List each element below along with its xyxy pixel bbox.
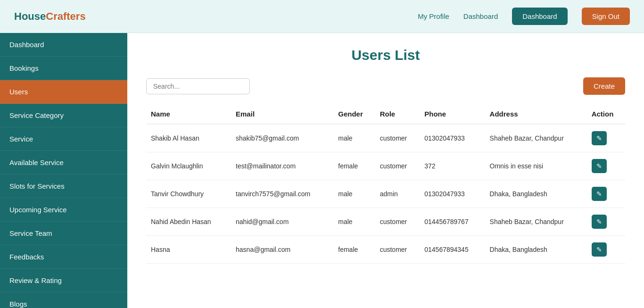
sidebar-item-blogs[interactable]: Blogs [0,292,127,308]
signout-button[interactable]: Sign Out [582,8,630,25]
table-row: Galvin Mclaughlintest@mailinator.comfema… [146,152,625,180]
cell-gender: male [333,180,375,208]
sidebar-item-users[interactable]: Users [0,80,127,104]
cell-gender: male [333,208,375,236]
col-phone: Phone [420,104,485,124]
main-content: Users List Create NameEmailGenderRolePho… [127,33,644,308]
table-row: Hasnahasna@gmail.comfemalecustomer014567… [146,236,625,264]
header-nav: My Profile Dashboard Dashboard Sign Out [418,8,630,25]
logo: HouseCrafters [14,10,86,23]
users-table: NameEmailGenderRolePhoneAddressAction Sh… [146,104,625,264]
sidebar-item-bookings[interactable]: Bookings [0,57,127,80]
sidebar: DashboardBookingsUsersService CategorySe… [0,33,127,308]
sidebar-item-service-team[interactable]: Service Team [0,222,127,245]
cell-action: ✎ [587,152,625,180]
sidebar-item-service[interactable]: Service [0,127,127,151]
layout: DashboardBookingsUsersService CategorySe… [0,33,644,308]
cell-role: customer [375,208,420,236]
table-body: Shakib Al Hasanshakib75@gmail.commalecus… [146,124,625,264]
col-address: Address [485,104,587,124]
col-gender: Gender [333,104,375,124]
col-email: Email [231,104,333,124]
col-action: Action [587,104,625,124]
cell-gender: female [333,236,375,264]
sidebar-item-service-category[interactable]: Service Category [0,104,127,127]
cell-address: Dhaka, Bangladesh [485,236,587,264]
cell-address: Shaheb Bazar, Chandpur [485,124,587,152]
table-row: Nahid Abedin Hasannahid@gmail.commalecus… [146,208,625,236]
logo-house: House [14,10,46,22]
sidebar-item-upcoming-service[interactable]: Upcoming Service [0,198,127,222]
cell-name: Galvin Mclaughlin [146,152,231,180]
cell-role: customer [375,124,420,152]
cell-name: Hasna [146,236,231,264]
dashboard-button[interactable]: Dashboard [512,8,567,25]
edit-button[interactable]: ✎ [592,131,607,145]
cell-action: ✎ [587,124,625,152]
create-button[interactable]: Create [583,77,625,95]
cell-email: test@mailinator.com [231,152,333,180]
search-input[interactable] [146,78,250,94]
edit-button[interactable]: ✎ [592,215,607,229]
page-title: Users List [146,47,625,63]
sidebar-item-review-&-rating[interactable]: Review & Rating [0,269,127,292]
cell-name: Shakib Al Hasan [146,124,231,152]
edit-button[interactable]: ✎ [592,159,607,173]
cell-gender: male [333,124,375,152]
cell-email: hasna@gmail.com [231,236,333,264]
toolbar: Create [146,77,625,95]
cell-address: Omnis in esse nisi [485,152,587,180]
sidebar-item-dashboard[interactable]: Dashboard [0,33,127,57]
sidebar-item-slots-for-services[interactable]: Slots for Services [0,175,127,198]
cell-phone: 014567894345 [420,236,485,264]
sidebar-item-available-service[interactable]: Available Service [0,151,127,175]
cell-email: shakib75@gmail.com [231,124,333,152]
logo-crafters: Crafters [46,10,85,22]
table-row: Tanvir Chowdhurytanvirch7575@gmail.comma… [146,180,625,208]
cell-phone: 01302047933 [420,124,485,152]
cell-role: customer [375,236,420,264]
edit-button[interactable]: ✎ [592,242,607,257]
edit-button[interactable]: ✎ [592,187,607,201]
col-role: Role [375,104,420,124]
dashboard-link[interactable]: Dashboard [463,12,498,20]
cell-action: ✎ [587,208,625,236]
cell-phone: 372 [420,152,485,180]
cell-action: ✎ [587,180,625,208]
cell-phone: 01302047933 [420,180,485,208]
table-header: NameEmailGenderRolePhoneAddressAction [146,104,625,124]
cell-email: nahid@gmail.com [231,208,333,236]
cell-role: admin [375,180,420,208]
cell-address: Dhaka, Bangladesh [485,180,587,208]
cell-phone: 014456789767 [420,208,485,236]
sidebar-item-feedbacks[interactable]: Feedbacks [0,245,127,269]
my-profile-link[interactable]: My Profile [418,12,449,20]
cell-address: Shaheb Bazar, Chandpur [485,208,587,236]
header: HouseCrafters My Profile Dashboard Dashb… [0,0,644,33]
table-row: Shakib Al Hasanshakib75@gmail.commalecus… [146,124,625,152]
cell-email: tanvirch7575@gmail.com [231,180,333,208]
cell-gender: female [333,152,375,180]
col-name: Name [146,104,231,124]
cell-name: Nahid Abedin Hasan [146,208,231,236]
cell-name: Tanvir Chowdhury [146,180,231,208]
cell-action: ✎ [587,236,625,264]
cell-role: customer [375,152,420,180]
